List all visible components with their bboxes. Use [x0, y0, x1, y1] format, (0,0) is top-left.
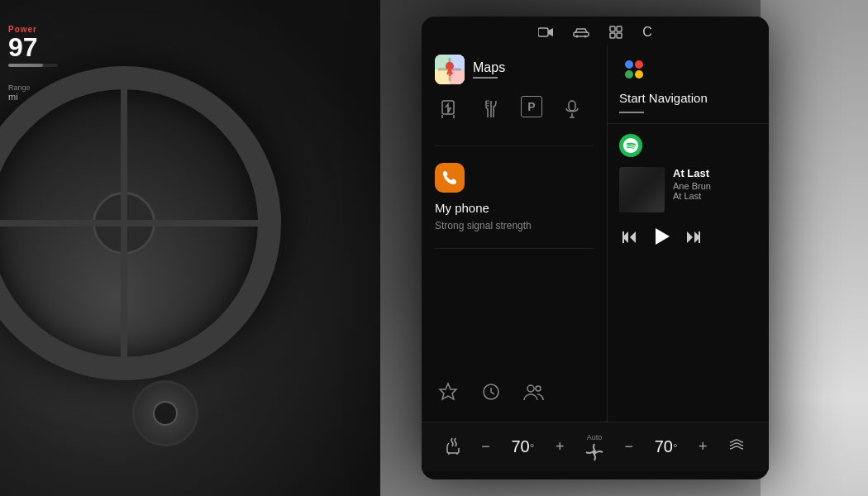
play-button[interactable] — [649, 224, 674, 255]
album-art — [619, 167, 665, 212]
phone-title: My phone — [435, 201, 594, 215]
power-bar — [8, 64, 58, 67]
svg-marker-25 — [656, 228, 670, 245]
apps-grid-icon[interactable] — [609, 26, 622, 39]
left-panel: Maps — [422, 45, 608, 422]
svg-rect-6 — [617, 26, 622, 31]
spotify-section: At Last Ane Brun At Last — [608, 124, 769, 422]
camera-icon[interactable] — [538, 26, 553, 38]
left-seat-heat-icon[interactable] — [446, 436, 460, 458]
bottom-icons-row — [435, 372, 594, 412]
svg-marker-28 — [687, 231, 693, 243]
track-artist: Ane Brun — [673, 181, 757, 191]
svg-marker-18 — [440, 384, 456, 399]
start-navigation-title: Start Navigation — [619, 91, 757, 105]
fan-auto-label: Auto — [587, 433, 603, 441]
maps-header: Maps — [435, 55, 594, 84]
ga-dots — [625, 60, 643, 79]
favorites-icon[interactable] — [435, 379, 461, 405]
separator-1 — [435, 145, 594, 146]
track-info: At Last Ane Brun At Last — [673, 167, 757, 212]
maps-title: Maps — [473, 60, 505, 75]
contacts-icon[interactable] — [521, 379, 547, 405]
google-assistant-icon[interactable] — [619, 55, 649, 84]
fan-control[interactable]: Auto — [585, 433, 603, 461]
poi-icons-row: P — [435, 89, 594, 129]
right-temperature-display: 70° — [655, 437, 678, 456]
right-air-icon[interactable] — [728, 438, 745, 456]
svg-rect-8 — [617, 33, 622, 38]
charging-poi-icon[interactable] — [435, 96, 461, 122]
food-poi-icon[interactable] — [478, 96, 504, 122]
svg-rect-27 — [699, 231, 700, 243]
steering-spoke-horizontal — [0, 220, 258, 227]
car-icon[interactable] — [573, 26, 589, 38]
track-album: At Last — [673, 191, 757, 201]
phone-app-icon[interactable] — [435, 163, 465, 193]
ga-circle-green — [625, 70, 633, 79]
svg-rect-2 — [574, 32, 589, 36]
svg-point-15 — [446, 62, 453, 69]
steering-spoke-vertical — [121, 223, 127, 357]
next-track-button[interactable] — [685, 228, 703, 250]
svg-point-20 — [527, 385, 534, 392]
gear-knob — [153, 401, 178, 426]
car-interior-background: Power 97 Range mi — [0, 0, 868, 496]
mic-poi-icon[interactable] — [559, 96, 585, 122]
ga-circle-red — [635, 60, 643, 69]
maps-app-icon[interactable] — [435, 55, 465, 84]
right-side-background — [761, 0, 868, 496]
gear-selector[interactable] — [132, 380, 198, 446]
svg-marker-24 — [630, 231, 636, 243]
svg-marker-1 — [548, 28, 553, 36]
power-bar-fill — [8, 64, 43, 67]
navigation-underline — [619, 112, 644, 113]
steering-wheel-area: Power 97 Range mi — [0, 0, 380, 496]
now-playing: At Last Ane Brun At Last — [619, 167, 757, 212]
history-icon[interactable] — [478, 379, 504, 405]
ga-circle-blue — [625, 60, 633, 69]
left-temp-decrease-button[interactable]: − — [481, 438, 490, 455]
svg-rect-0 — [538, 28, 548, 36]
previous-track-button[interactable] — [619, 228, 637, 250]
parking-poi-icon[interactable]: P — [521, 96, 542, 117]
maps-underline — [473, 77, 498, 79]
maps-section: Maps — [435, 55, 594, 129]
separator-2 — [435, 248, 594, 249]
svg-rect-7 — [610, 33, 615, 38]
screen-main-content: Maps — [422, 45, 769, 422]
phone-subtitle: Strong signal strength — [435, 220, 594, 231]
left-temp-increase-button[interactable]: + — [556, 438, 565, 455]
ga-circle-yellow — [635, 70, 643, 79]
phone-section: My phone Strong signal strength — [435, 163, 594, 231]
climate-bar: − 70° + Auto − 70° + — [422, 422, 769, 471]
right-panel: Start Navigation — [608, 45, 769, 422]
center-screen: C — [422, 17, 769, 479]
right-temp-decrease-button[interactable]: − — [625, 438, 634, 455]
svg-point-3 — [576, 36, 579, 38]
navigation-section: Start Navigation — [608, 45, 769, 124]
settings-icon[interactable]: C — [642, 25, 652, 40]
svg-rect-14 — [450, 69, 465, 84]
maps-app-label: Maps — [473, 60, 505, 79]
steering-wheel — [0, 66, 281, 380]
svg-rect-13 — [435, 69, 450, 84]
svg-rect-5 — [610, 26, 615, 31]
playback-controls — [619, 224, 757, 255]
top-status-bar: C — [422, 17, 769, 45]
track-title: At Last — [673, 167, 757, 179]
spotify-icon[interactable] — [619, 134, 642, 157]
right-temp-increase-button[interactable]: + — [699, 438, 708, 455]
svg-rect-17 — [569, 101, 575, 111]
svg-point-21 — [536, 386, 541, 391]
svg-rect-23 — [622, 231, 624, 243]
spotify-header — [619, 134, 757, 157]
svg-point-4 — [584, 36, 587, 38]
left-temperature-display: 70° — [511, 437, 534, 456]
power-value: 97 — [8, 34, 38, 60]
